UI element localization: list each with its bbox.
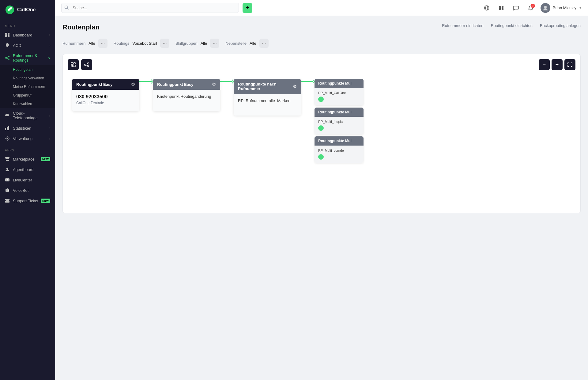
svg-point-18	[7, 179, 8, 180]
svg-rect-4	[5, 35, 7, 37]
filter-menu-rufnummern[interactable]: ···	[98, 39, 107, 48]
node-gear-2[interactable]: ⚙	[212, 82, 216, 87]
zoom-fit-button[interactable]	[564, 59, 575, 70]
search-input[interactable]	[61, 3, 239, 13]
user-name: Brian Miculcy	[553, 6, 576, 10]
multi-node-dot-2	[318, 125, 324, 131]
page-content: Routenplan Rufnummern einrichten Routing…	[55, 16, 588, 380]
sidebar-item-dashboard-label: Dashboard	[13, 33, 32, 37]
zoom-out-button[interactable]: −	[539, 59, 550, 70]
rufnummern-einrichten-link[interactable]: Rufnummern einrichten	[442, 23, 483, 28]
live-icon	[5, 177, 10, 182]
svg-rect-12	[7, 127, 8, 130]
multi-node-header-1: Routingpunkte Mul	[315, 79, 364, 88]
multi-node-desc-3: RP_Multi_comde	[318, 149, 344, 152]
cloud-icon	[5, 113, 10, 118]
marketplace-badge: NEW	[41, 157, 50, 161]
submenu-item-routingplan[interactable]: Routingplan	[0, 65, 55, 74]
manage-icon	[5, 136, 10, 141]
sidebar-item-rufnummer-routings[interactable]: Rufnummer & Routings ∨	[0, 51, 55, 65]
node-title-3: Routingpunkte nach Rufnummer	[238, 82, 293, 91]
page-header: Routenplan Rufnummern einrichten Routing…	[62, 23, 581, 31]
sidebar-item-acd[interactable]: ACD ›	[0, 40, 55, 51]
sidebar-item-support-label: Support Ticket	[13, 199, 38, 203]
search-icon	[64, 5, 69, 10]
filter-menu-routings[interactable]: ···	[160, 39, 169, 48]
canvas-diagram-btn[interactable]	[81, 59, 92, 70]
add-button[interactable]: +	[243, 3, 252, 13]
svg-point-8	[8, 59, 9, 60]
zoom-in-button[interactable]: +	[552, 59, 563, 70]
node-gear-1[interactable]: ⚙	[131, 82, 135, 87]
node-header-1: Routingpunkt Easy ⚙	[72, 79, 139, 90]
apps-section-label: APPS	[0, 144, 55, 154]
canvas-zoom-controls: − +	[539, 59, 575, 70]
node-gear-3[interactable]: ⚙	[293, 84, 297, 89]
svg-rect-2	[5, 33, 7, 35]
user-menu-chevron: ▼	[579, 6, 582, 10]
filter-group-skillgruppen: Skillgruppen Alle ···	[175, 39, 219, 48]
sidebar-item-verwaltung[interactable]: Verwaltung ›	[0, 133, 55, 144]
sidebar-item-cloud[interactable]: Cloud-Telefonanlage ›	[0, 108, 55, 123]
node-title-1: Routingpunkt Easy	[76, 82, 112, 87]
svg-line-10	[6, 58, 8, 59]
svg-point-6	[5, 57, 6, 59]
flow-canvas-wrapper: − + Routingpunkt Easy ⚙	[62, 54, 581, 213]
apps-grid-button[interactable]	[496, 3, 506, 13]
flow-node-1: Routingpunkt Easy ⚙ 030 92033500 CallOne…	[72, 79, 139, 111]
multi-node-1[interactable]: Routingpunkte Mul RP_Multi_CallOne	[315, 79, 364, 105]
sidebar-item-dashboard[interactable]: Dashboard ›	[0, 30, 55, 40]
main-wrapper: +	[55, 0, 588, 380]
svg-point-23	[7, 188, 8, 188]
submenu-item-kurzwahlen[interactable]: Kurzwahlen	[0, 100, 55, 108]
user-menu[interactable]: Brian Miculcy ▼	[541, 3, 582, 13]
node-body-3: RP_Rufnummer_alle_Marken	[234, 94, 301, 116]
submenu-item-gruppenruf[interactable]: Gruppenruf	[0, 91, 55, 100]
sidebar-item-marketplace-label: Marketplace	[13, 157, 35, 162]
connector-1-2	[139, 79, 153, 84]
sidebar-item-voicebot-label: VoiceBot	[13, 188, 28, 193]
chat-button[interactable]	[511, 3, 521, 13]
sidebar-item-agentboard[interactable]: Agentboard	[0, 164, 55, 175]
notifications-button[interactable]: 2	[526, 3, 536, 13]
canvas-layout-btn[interactable]	[68, 59, 79, 70]
topbar: +	[55, 0, 588, 16]
svg-rect-3	[8, 33, 9, 35]
sidebar-item-voicebot[interactable]: VoiceBot	[0, 185, 55, 196]
filter-value-routings: Voicebot Start	[132, 41, 157, 46]
svg-rect-32	[502, 8, 503, 10]
multi-node-3[interactable]: Routingpunkte Mul RP_Multi_comde	[315, 136, 364, 163]
routingpunkt-einrichten-link[interactable]: Routingpunkt einrichten	[491, 23, 533, 28]
filter-menu-skillgruppen[interactable]: ···	[210, 39, 219, 48]
submenu-item-routings-verwalten[interactable]: Routings verwalten	[0, 74, 55, 82]
sidebar-item-marketplace[interactable]: Marketplace NEW	[0, 154, 55, 164]
svg-rect-34	[71, 63, 73, 65]
filter-value-skillgruppen: Alle	[201, 41, 207, 46]
svg-rect-15	[6, 160, 9, 161]
sidebar-item-livecenter[interactable]: LiveCenter	[0, 175, 55, 185]
node-desc-3: RP_Rufnummer_alle_Marken	[238, 98, 297, 103]
svg-rect-30	[502, 6, 503, 8]
sidebar-item-acd-label: ACD	[13, 43, 21, 48]
node-card-2[interactable]: Routingpunkt Easy ⚙ Knotenpunkt Routingä…	[153, 79, 220, 111]
filter-label-routings: Routings	[114, 41, 129, 46]
node-phone-1: 030 92033500	[76, 94, 135, 100]
filter-label-nebenstelle: Nebenstelle	[225, 41, 247, 46]
menu-section-label: MENU	[0, 20, 55, 30]
node-card-1[interactable]: Routingpunkt Easy ⚙ 030 92033500 CallOne…	[72, 79, 139, 111]
multi-node-2[interactable]: Routingpunkte Mul RP_Multi_inopla	[315, 108, 364, 134]
submenu-item-meine-rufnummern[interactable]: Meine Rufnummern	[0, 82, 55, 91]
svg-line-42	[86, 65, 88, 66]
canvas-top-controls	[68, 59, 92, 70]
connector-2-3	[220, 79, 234, 84]
backuprouting-anlegen-link[interactable]: Backuprouting anlegen	[540, 23, 581, 28]
sidebar: CallOne MENU Dashboard › ACD ›	[0, 0, 55, 380]
verwaltung-chevron: ›	[49, 137, 50, 140]
svg-point-38	[85, 64, 86, 66]
bot-icon	[5, 188, 10, 193]
filter-menu-nebenstelle[interactable]: ···	[259, 39, 269, 48]
globe-button[interactable]	[482, 3, 492, 13]
sidebar-item-statistiken[interactable]: Statistiken ›	[0, 123, 55, 133]
sidebar-item-support-ticket[interactable]: Support Ticket NEW	[0, 196, 55, 206]
node-card-3[interactable]: Routingpunkte nach Rufnummer ⚙ RP_Rufnum…	[234, 79, 301, 116]
